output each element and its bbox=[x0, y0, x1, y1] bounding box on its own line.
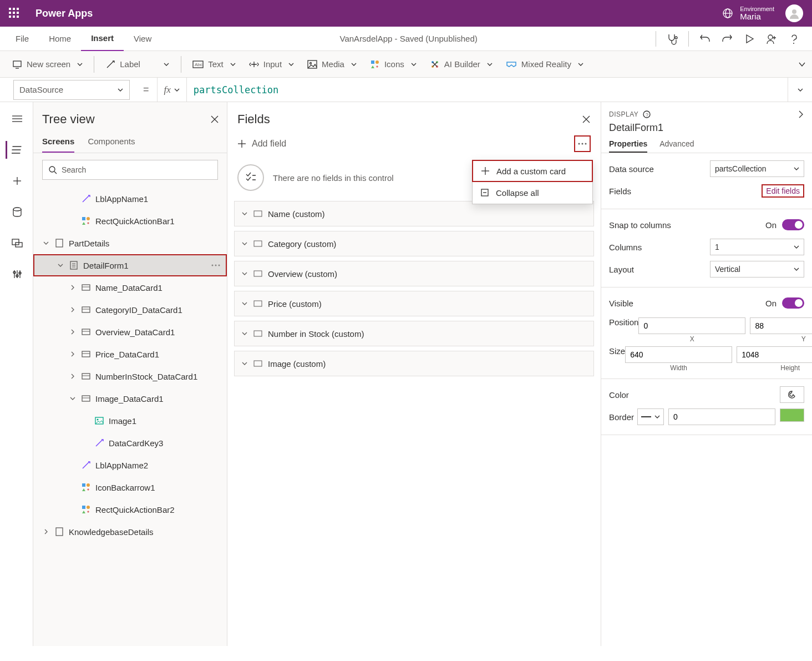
svg-rect-35 bbox=[82, 217, 85, 220]
chevron-right-icon[interactable] bbox=[798, 110, 804, 119]
close-icon[interactable] bbox=[210, 115, 219, 124]
border-width-input[interactable] bbox=[668, 408, 775, 425]
border-style-select[interactable] bbox=[637, 408, 664, 425]
tree-node[interactable]: NumberInStock_DataCard1 bbox=[33, 365, 227, 387]
add-field-button[interactable]: Add field bbox=[237, 139, 286, 149]
expander-icon[interactable] bbox=[42, 240, 50, 246]
chevron-down-icon[interactable] bbox=[798, 60, 806, 69]
tree-node[interactable]: Image_DataCard1 bbox=[33, 387, 227, 410]
svg-text:Abc: Abc bbox=[195, 62, 202, 67]
tree-node[interactable]: CategoryID_DataCard1 bbox=[33, 299, 227, 321]
fx-button[interactable]: fx bbox=[157, 78, 186, 102]
expander-icon[interactable] bbox=[42, 528, 50, 535]
help-icon[interactable] bbox=[788, 33, 800, 45]
tree-node-label: Name_DataCard1 bbox=[95, 283, 221, 292]
group-icon bbox=[81, 504, 91, 514]
person-icon bbox=[788, 7, 800, 19]
svg-rect-53 bbox=[82, 374, 90, 379]
tree-node[interactable]: RectQuickActionBar1 bbox=[33, 210, 227, 232]
tree-tab-screens[interactable]: Screens bbox=[42, 132, 74, 153]
media-button[interactable]: Media bbox=[301, 54, 363, 74]
tree-tab-components[interactable]: Components bbox=[88, 132, 135, 153]
waffle-icon[interactable] bbox=[9, 8, 20, 19]
width-input[interactable] bbox=[625, 346, 732, 363]
field-row[interactable]: Category (custom) bbox=[234, 231, 594, 256]
pos-y-input[interactable] bbox=[750, 317, 812, 334]
pos-x-input[interactable] bbox=[638, 317, 745, 334]
rail-insert[interactable] bbox=[6, 172, 28, 190]
chevron-down-icon bbox=[77, 62, 83, 67]
datasource-select[interactable]: partsCollection bbox=[710, 160, 804, 177]
color-picker[interactable] bbox=[780, 386, 804, 403]
icons-button[interactable]: Icons bbox=[363, 54, 423, 74]
tree-node[interactable]: RectQuickActionBar2 bbox=[33, 498, 227, 521]
layout-value: Vertical bbox=[715, 265, 740, 274]
columns-select[interactable]: 1 bbox=[710, 239, 804, 255]
share-icon[interactable] bbox=[765, 33, 778, 45]
props-tab-advanced[interactable]: Advanced bbox=[659, 137, 694, 153]
undo-icon[interactable] bbox=[699, 33, 711, 45]
tree-node[interactable]: DataCardKey3 bbox=[33, 432, 227, 454]
expander-icon[interactable] bbox=[69, 284, 77, 291]
tree-node[interactable]: DetailForm1 bbox=[33, 254, 227, 276]
tree-node[interactable]: IconBackarrow1 bbox=[33, 476, 227, 498]
expander-icon[interactable] bbox=[69, 351, 77, 357]
field-row[interactable]: Image (custom) bbox=[234, 351, 594, 376]
close-icon[interactable] bbox=[582, 115, 591, 124]
environment-picker[interactable]: Environment Maria bbox=[722, 6, 774, 22]
tree-node[interactable]: Price_DataCard1 bbox=[33, 343, 227, 365]
visible-toggle[interactable] bbox=[782, 297, 804, 309]
menu-file[interactable]: File bbox=[6, 27, 39, 51]
text-button[interactable]: Abc Text bbox=[186, 54, 242, 74]
user-avatar[interactable] bbox=[785, 4, 803, 22]
chevron-down-icon bbox=[117, 87, 124, 93]
expander-icon[interactable] bbox=[57, 262, 64, 269]
fields-more-button[interactable] bbox=[574, 135, 591, 152]
tree-node[interactable]: KnowledgebaseDetails bbox=[33, 521, 227, 543]
rail-media[interactable] bbox=[6, 234, 28, 252]
props-tab-properties[interactable]: Properties bbox=[609, 137, 647, 153]
rail-data[interactable] bbox=[6, 203, 28, 221]
border-color-swatch[interactable] bbox=[780, 408, 804, 422]
new-screen-button[interactable]: New screen bbox=[6, 54, 89, 74]
menu-home[interactable]: Home bbox=[39, 27, 81, 51]
info-icon[interactable]: ? bbox=[643, 110, 651, 118]
tree-node[interactable]: Overview_DataCard1 bbox=[33, 321, 227, 343]
more-icon[interactable] bbox=[211, 264, 220, 266]
label-button[interactable]: Label bbox=[99, 54, 176, 74]
play-icon[interactable] bbox=[743, 33, 755, 45]
add-custom-card-item[interactable]: Add a custom card bbox=[472, 160, 593, 182]
rail-tree-view[interactable] bbox=[6, 141, 28, 159]
tree-node[interactable]: PartDetails bbox=[33, 232, 227, 254]
height-input[interactable] bbox=[737, 346, 812, 363]
input-button[interactable]: Input bbox=[242, 54, 301, 74]
field-row[interactable]: Price (custom) bbox=[234, 291, 594, 316]
edit-fields-link[interactable]: Edit fields bbox=[762, 184, 804, 198]
expander-icon[interactable] bbox=[69, 329, 77, 335]
snap-toggle[interactable] bbox=[782, 219, 804, 230]
field-row[interactable]: Name (custom) bbox=[234, 201, 594, 226]
menu-insert[interactable]: Insert bbox=[81, 27, 124, 51]
rail-advanced[interactable] bbox=[6, 265, 28, 283]
expander-icon[interactable] bbox=[69, 395, 77, 402]
redo-icon[interactable] bbox=[721, 33, 733, 45]
rail-hamburger[interactable] bbox=[6, 110, 28, 128]
tree-node[interactable]: LblAppName2 bbox=[33, 454, 227, 476]
layout-select[interactable]: Vertical bbox=[710, 261, 804, 277]
formula-expand-button[interactable] bbox=[788, 78, 812, 102]
field-row[interactable]: Number in Stock (custom) bbox=[234, 321, 594, 346]
tree-node[interactable]: LblAppName1 bbox=[33, 188, 227, 210]
stethoscope-icon[interactable] bbox=[666, 33, 678, 45]
property-selector[interactable]: DataSource bbox=[13, 80, 130, 100]
collapse-all-item[interactable]: Collapse all bbox=[473, 181, 592, 204]
formula-input[interactable]: partsCollection bbox=[186, 78, 788, 102]
menu-view[interactable]: View bbox=[124, 27, 161, 51]
tree-node[interactable]: Image1 bbox=[33, 410, 227, 432]
expander-icon[interactable] bbox=[69, 373, 77, 380]
field-row[interactable]: Overview (custom) bbox=[234, 261, 594, 286]
mixed-reality-button[interactable]: Mixed Reality bbox=[499, 54, 590, 74]
tree-node[interactable]: Name_DataCard1 bbox=[33, 276, 227, 299]
tree-search-input[interactable]: Search bbox=[42, 160, 218, 180]
ai-builder-button[interactable]: AI Builder bbox=[423, 54, 499, 74]
expander-icon[interactable] bbox=[69, 306, 77, 313]
